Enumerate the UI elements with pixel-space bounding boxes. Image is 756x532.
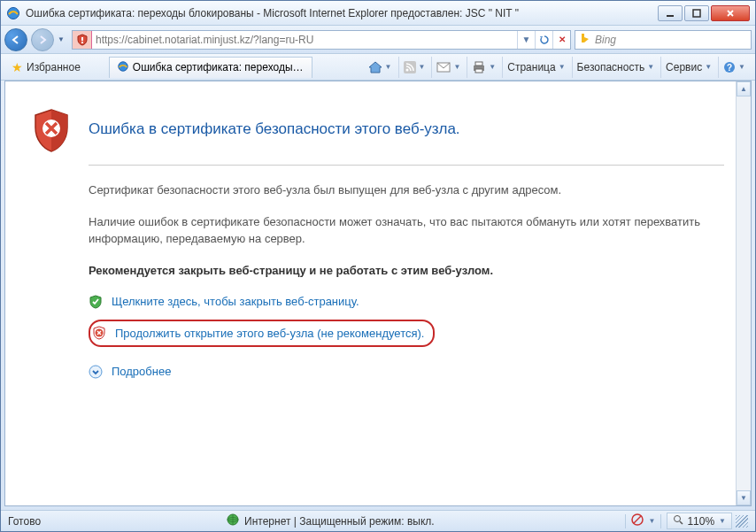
star-icon: ★ xyxy=(12,60,23,74)
minimize-button[interactable] xyxy=(658,5,683,21)
more-info-link[interactable]: Подробнее xyxy=(112,363,171,381)
search-box[interactable]: Bing xyxy=(575,30,752,50)
refresh-button[interactable] xyxy=(535,31,552,49)
browser-tab[interactable]: Ошибка сертификата: переходы бл... xyxy=(109,57,312,78)
shield-error-icon xyxy=(32,108,71,152)
security-menu[interactable]: Безопасность▼ xyxy=(572,57,659,78)
address-bar[interactable]: https://cabinet.notariat.minjust.kz/?lan… xyxy=(72,30,571,50)
content-area: Ошибка в сертификате безопасности этого … xyxy=(4,81,752,506)
print-button[interactable]: ▼ xyxy=(467,57,500,78)
status-zone: Интернет | Защищенный режим: выкл. xyxy=(244,515,435,528)
url-text: https://cabinet.notariat.minjust.kz/?lan… xyxy=(92,34,517,46)
zoom-icon xyxy=(673,514,683,528)
maximize-button[interactable] xyxy=(684,5,709,21)
bing-icon xyxy=(579,32,591,47)
expand-icon xyxy=(89,365,103,379)
svg-point-17 xyxy=(89,366,102,378)
back-button[interactable] xyxy=(4,28,27,51)
page-menu[interactable]: Страница▼ xyxy=(502,57,569,78)
svg-rect-2 xyxy=(693,10,700,17)
stop-button[interactable]: ✕ xyxy=(552,31,570,49)
command-bar: ★ Избранное Ошибка сертификата: переходы… xyxy=(1,54,755,81)
status-bar: Готово Интернет | Защищенный режим: выкл… xyxy=(1,510,755,531)
continue-link[interactable]: Продолжить открытие этого веб-узла (не р… xyxy=(115,325,424,343)
certificate-error-icon[interactable] xyxy=(73,31,92,49)
nav-history-dropdown[interactable]: ▼ xyxy=(58,35,68,43)
svg-point-21 xyxy=(675,516,681,522)
cert-recommendation: Рекомендуется закрыть веб-страницу и не … xyxy=(89,262,724,280)
address-dropdown[interactable]: ▼ xyxy=(517,31,535,49)
svg-point-8 xyxy=(405,68,408,71)
close-button[interactable] xyxy=(711,5,750,21)
window-title: Ошибка сертификата: переходы блокированы… xyxy=(26,7,658,19)
tab-ie-icon xyxy=(117,60,129,75)
shield-ok-icon xyxy=(89,295,103,309)
zone-dropdown[interactable]: ▼ xyxy=(648,517,655,525)
svg-text:?: ? xyxy=(727,63,732,73)
svg-rect-5 xyxy=(582,34,584,42)
tab-title: Ошибка сертификата: переходы бл... xyxy=(133,61,305,73)
protected-mode-icon[interactable] xyxy=(631,513,644,528)
help-button[interactable]: ? ▼ xyxy=(718,57,750,78)
tools-menu[interactable]: Сервис▼ xyxy=(660,57,716,78)
continue-annotation: Продолжить открытие этого веб-узла (не р… xyxy=(89,320,435,348)
svg-rect-4 xyxy=(81,42,83,43)
cert-text-warning: Наличие ошибок в сертификате безопасност… xyxy=(89,213,724,248)
scroll-track[interactable] xyxy=(737,96,751,490)
forward-button[interactable] xyxy=(31,28,54,51)
scroll-down-button[interactable]: ▼ xyxy=(737,490,751,505)
zoom-value: 110% xyxy=(687,515,714,528)
globe-icon xyxy=(227,513,239,528)
cert-text-address: Сертификат безопасности этого веб-узла б… xyxy=(89,181,724,199)
mail-button[interactable]: ▼ xyxy=(431,57,465,78)
titlebar: Ошибка сертификата: переходы блокированы… xyxy=(1,1,755,26)
favorites-label: Избранное xyxy=(27,61,81,73)
svg-rect-12 xyxy=(475,69,482,73)
feeds-button[interactable]: ▼ xyxy=(398,57,430,78)
shield-warn-icon xyxy=(92,326,106,340)
home-button[interactable]: ▼ xyxy=(364,57,397,78)
svg-rect-11 xyxy=(475,62,482,66)
cert-error-heading: Ошибка в сертификате безопасности этого … xyxy=(89,108,460,138)
navigation-bar: ▼ https://cabinet.notariat.minjust.kz/?l… xyxy=(1,26,755,54)
zoom-control[interactable]: 110% ▼ xyxy=(667,513,732,529)
favorites-button[interactable]: ★ Избранное xyxy=(6,58,86,76)
vertical-scrollbar[interactable]: ▲ ▼ xyxy=(736,81,751,505)
browser-window: Ошибка сертификата: переходы блокированы… xyxy=(0,0,756,532)
search-placeholder: Bing xyxy=(595,34,616,46)
svg-rect-1 xyxy=(667,15,674,17)
scroll-up-button[interactable]: ▲ xyxy=(737,81,751,96)
status-ready: Готово xyxy=(8,515,41,528)
close-page-link[interactable]: Щелкните здесь, чтобы закрыть веб-страни… xyxy=(112,293,359,311)
ie-icon xyxy=(6,6,20,20)
resize-grip[interactable] xyxy=(736,515,748,528)
svg-rect-3 xyxy=(81,37,83,41)
